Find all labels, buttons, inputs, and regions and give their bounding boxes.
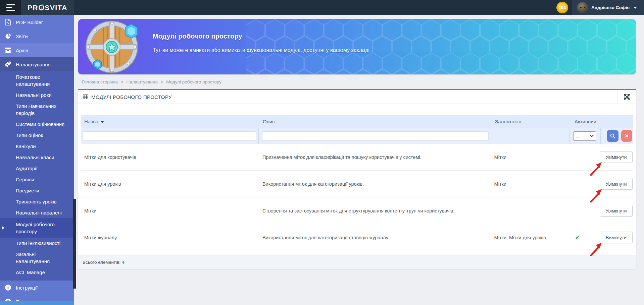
active-item-marker-icon bbox=[2, 226, 4, 230]
shield-illustration bbox=[85, 20, 139, 74]
expand-button[interactable] bbox=[617, 90, 636, 104]
sidebar-item-pdf-builder[interactable]: PDF Builder bbox=[0, 15, 74, 29]
sidebar-item-reports[interactable]: Звіти bbox=[0, 29, 74, 43]
hamburger-menu-icon[interactable] bbox=[0, 0, 21, 15]
column-header-name-label: Назва bbox=[84, 119, 98, 124]
sidebar-subitem[interactable]: Типи Навчальних періодів bbox=[0, 101, 64, 119]
sidebar-item-instructions[interactable]: Інструкції bbox=[0, 281, 74, 295]
breadcrumb-current: Модулі робочого простору bbox=[166, 79, 221, 84]
sidebar: PDF Builder Звіти Архів bbox=[0, 15, 74, 305]
module-name: Мітки журналу bbox=[81, 235, 258, 240]
module-name: Мітки для користувачів bbox=[81, 155, 258, 160]
user-menu[interactable]: Андрієнко Софія bbox=[572, 0, 644, 15]
sort-desc-icon bbox=[101, 121, 104, 123]
module-dependencies: Мітки, Мітки для уроків bbox=[490, 235, 569, 240]
column-header-description: Опис bbox=[259, 119, 491, 124]
total-elements-label: Всього елементів: 4 bbox=[83, 260, 124, 265]
breadcrumb-settings[interactable]: Налаштування bbox=[126, 79, 157, 84]
sidebar-item-label: Звіти bbox=[16, 34, 28, 39]
sidebar-subitem-active[interactable]: Модулі робочого простору bbox=[0, 218, 74, 238]
filter-description-input[interactable] bbox=[262, 131, 489, 141]
column-header-dependencies: Залежності bbox=[491, 119, 570, 124]
enable-module-button[interactable]: Увімкнути bbox=[600, 205, 633, 217]
sidebar-subitem[interactable]: Сервіси bbox=[0, 174, 74, 185]
module-description: Використання міток для категоризації уро… bbox=[258, 181, 490, 187]
breadcrumb-separator: > bbox=[121, 79, 123, 84]
sidebar-subitem[interactable]: Типи інклюзивності bbox=[0, 238, 74, 249]
sidebar-subitem[interactable]: Навчальні класи bbox=[0, 152, 74, 163]
chevron-down-icon bbox=[634, 7, 637, 9]
sidebar-subitem[interactable]: ACL Manage bbox=[0, 267, 74, 278]
pie-chart-icon bbox=[5, 33, 11, 40]
logo-play-icon bbox=[39, 5, 44, 10]
notifications-badge[interactable]: 104 bbox=[556, 2, 568, 13]
archive-box-icon bbox=[5, 47, 11, 54]
expand-arrows-icon bbox=[624, 94, 630, 100]
gem-small bbox=[94, 60, 102, 69]
filter-name-input[interactable] bbox=[82, 131, 256, 141]
clear-filter-button[interactable]: ✕ bbox=[621, 130, 632, 142]
filter-row: ... ✕ bbox=[81, 128, 633, 144]
sidebar-subitem[interactable]: Предмети bbox=[0, 185, 74, 196]
sidebar-subitem[interactable]: Навчальні роки bbox=[0, 89, 74, 101]
sidebar-settings-section: Налаштування Початкове налаштування Навч… bbox=[0, 57, 74, 281]
main-content: Модулі робочого простору Тут ви можете в… bbox=[74, 15, 644, 305]
module-description: Призначення міток для класифікації та по… bbox=[258, 155, 490, 160]
disable-module-button[interactable]: Вимкнути bbox=[600, 232, 633, 243]
banner-subtitle: Тут ви можете вмикати або вимикати функц… bbox=[153, 47, 369, 53]
module-active-status: ✔ bbox=[569, 234, 600, 241]
filter-active-select[interactable]: ... bbox=[573, 131, 596, 141]
sidebar-subitem[interactable]: Типи оцінок bbox=[0, 130, 74, 141]
column-header-name[interactable]: Назва bbox=[81, 119, 259, 124]
gem-large bbox=[125, 24, 137, 38]
search-button[interactable] bbox=[607, 130, 618, 142]
select-value: ... bbox=[576, 133, 590, 138]
table-footer: Всього елементів: 4 bbox=[78, 255, 636, 269]
panel-spacer bbox=[78, 104, 636, 115]
enable-module-button[interactable]: Увімкнути bbox=[600, 151, 633, 163]
panel-header: МОДУЛІ РОБОЧОГО ПРОСТОРУ bbox=[78, 90, 636, 104]
user-name: Андрієнко Софія bbox=[591, 5, 630, 10]
breadcrumb-home[interactable]: Головна сторінка bbox=[82, 79, 118, 84]
top-bar-spacer: 104 bbox=[74, 0, 572, 15]
module-dependencies: Мітки bbox=[490, 181, 569, 187]
column-header-active: Активний bbox=[570, 119, 601, 124]
avatar bbox=[577, 2, 588, 13]
sidebar-item-label: Налаштування bbox=[16, 62, 51, 67]
module-name: Мітки bbox=[81, 208, 258, 213]
sidebar-subitem[interactable]: Канікули bbox=[0, 141, 74, 152]
top-bar: PRSVITA 104 Андрієнко Софія bbox=[0, 0, 644, 15]
sidebar-item-settings[interactable]: Налаштування bbox=[0, 57, 74, 71]
sidebar-subitem[interactable]: Тривалість уроків bbox=[0, 196, 74, 207]
sidebar-item-label: Архів bbox=[16, 48, 28, 53]
logo: PRSVITA bbox=[21, 0, 74, 15]
sidebar-subitem[interactable]: Аудиторії bbox=[0, 163, 74, 174]
table-row: Мітки Створення та застосування міток дл… bbox=[81, 197, 633, 224]
logo-text-suffix: SVITA bbox=[45, 4, 67, 12]
sidebar-subitem[interactable]: Навчальні паралелі bbox=[0, 207, 74, 218]
table-row: Мітки журналу Використання міток для кат… bbox=[81, 224, 633, 251]
search-icon bbox=[610, 133, 615, 139]
table-header-row: Назва Опис Залежності Активний bbox=[81, 115, 633, 128]
sidebar-scrollbar[interactable] bbox=[73, 199, 76, 289]
filter-dependencies-cell bbox=[491, 128, 570, 144]
table-row: Мітки для уроків Використання міток для … bbox=[81, 171, 633, 197]
enable-module-button[interactable]: Увімкнути bbox=[600, 178, 633, 190]
sidebar-subitem[interactable]: Початкове налаштування bbox=[0, 71, 57, 89]
check-icon: ✔ bbox=[575, 234, 580, 241]
page-banner: Модулі робочого простору Тут ви можете в… bbox=[78, 19, 636, 74]
breadcrumb: Головна сторінка > Налаштування > Модулі… bbox=[82, 79, 636, 84]
sidebar-bottom-strip bbox=[0, 301, 74, 305]
module-description: Використання міток для категоризації сто… bbox=[258, 235, 490, 240]
info-circle-icon bbox=[5, 284, 11, 291]
banner-title: Модулі робочого простору bbox=[153, 33, 369, 40]
gears-icon bbox=[5, 61, 11, 68]
module-name: Мітки для уроків bbox=[81, 181, 258, 187]
close-icon: ✕ bbox=[625, 133, 629, 139]
module-dependencies: Мітки bbox=[490, 155, 569, 160]
sidebar-subitem-label: Модулі робочого простору bbox=[16, 221, 69, 235]
sidebar-subitem[interactable]: Системи оцінювання bbox=[0, 119, 74, 130]
pdf-file-icon bbox=[5, 19, 11, 25]
sidebar-item-archive[interactable]: Архів bbox=[0, 43, 74, 57]
sidebar-subitem[interactable]: Загальні налаштування bbox=[0, 249, 74, 267]
